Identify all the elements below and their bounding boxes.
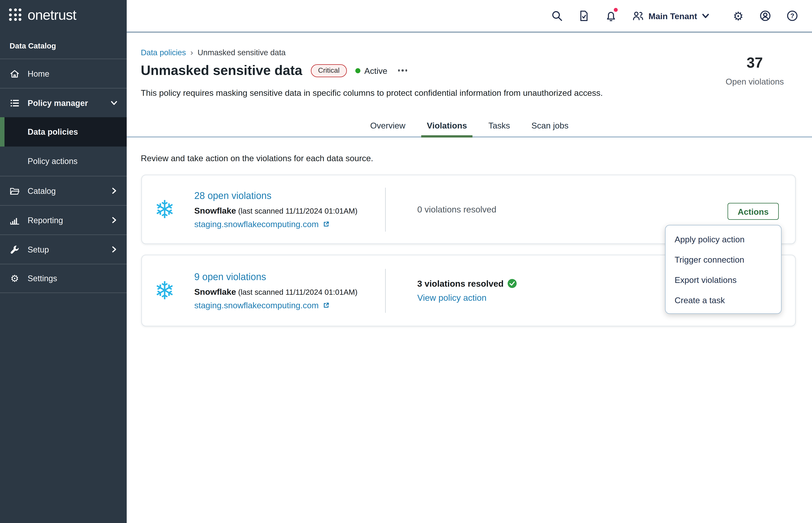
tenant-people-icon: [631, 10, 644, 22]
card-divider: [385, 269, 386, 312]
tab-violations[interactable]: Violations: [421, 113, 473, 138]
source-line: Snowflake (last scanned 11/11/2024 01:01…: [194, 287, 358, 296]
policy-description: This policy requires masking sensitive d…: [141, 88, 603, 97]
menu-item-create-a-task[interactable]: Create a task: [666, 290, 781, 310]
resolved-block: 3 violations resolved View policy action: [417, 278, 517, 303]
actions-dropdown-menu: Apply policy action Trigger connection E…: [665, 225, 781, 314]
menu-item-apply-policy-action[interactable]: Apply policy action: [666, 229, 781, 249]
search-icon[interactable]: [550, 10, 563, 22]
source-line: Snowflake (last scanned 11/11/2024 01:01…: [194, 205, 358, 215]
card-source-block: 9 open violations Snowflake (last scanne…: [194, 271, 358, 310]
status-dot-icon: [355, 68, 360, 73]
sidebar-item-label: Home: [27, 69, 49, 78]
check-circle-icon: [508, 279, 517, 288]
tab-bar: Overview Violations Tasks Scan jobs: [127, 113, 812, 138]
source-host-text: staging.snowflakecomputing.com: [194, 219, 319, 229]
sidebar-item-setup[interactable]: Setup: [0, 234, 127, 264]
external-link-icon: [323, 301, 330, 309]
sidebar-item-home[interactable]: Home: [0, 59, 127, 88]
snowflake-logo-icon: ❄: [154, 278, 175, 303]
chevron-right-icon: [110, 187, 118, 195]
chevron-right-icon: [110, 216, 118, 224]
status-label: Active: [364, 66, 388, 75]
tab-scan-jobs[interactable]: Scan jobs: [526, 113, 574, 138]
sidebar-item-label: Reporting: [27, 216, 63, 225]
open-violations-label: Open violations: [726, 77, 784, 86]
source-host-link[interactable]: staging.snowflakecomputing.com: [194, 300, 358, 310]
sidebar-item-data-policies[interactable]: Data policies: [0, 117, 127, 146]
sidebar-item-reporting[interactable]: Reporting: [0, 205, 127, 234]
resolved-text: 3 violations resolved: [417, 278, 504, 289]
logo-row: onetrust: [9, 8, 76, 22]
open-violations-link[interactable]: 28 open violations: [194, 190, 358, 202]
sidebar-item-settings[interactable]: ⚙ Settings: [0, 264, 127, 293]
resolved-text: 0 violations resolved: [417, 204, 496, 214]
source-host-text: staging.snowflakecomputing.com: [194, 300, 319, 310]
last-scanned-info: (last scanned 11/11/2024 01:01AM): [238, 288, 358, 296]
menu-item-trigger-connection[interactable]: Trigger connection: [666, 249, 781, 269]
sidebar-nav: Home Policy manager: [0, 59, 127, 293]
breadcrumb-link-data-policies[interactable]: Data policies: [141, 48, 186, 57]
source-host-link[interactable]: staging.snowflakecomputing.com: [194, 219, 358, 229]
severity-badge: Critical: [310, 64, 347, 77]
gear-icon: ⚙: [9, 273, 20, 284]
account-icon[interactable]: [759, 10, 772, 22]
chevron-down-icon: [110, 99, 118, 107]
source-name: Snowflake: [194, 205, 236, 215]
chevron-down-icon: [702, 12, 710, 20]
open-violations-link[interactable]: 9 open violations: [194, 271, 358, 283]
card-source-block: 28 open violations Snowflake (last scann…: [194, 190, 358, 229]
source-name: Snowflake: [194, 287, 236, 296]
sidebar-item-policy-manager[interactable]: Policy manager: [0, 88, 127, 117]
section-intro: Review and take action on the violations…: [141, 153, 373, 163]
product-label: Data Catalog: [10, 42, 56, 50]
sidebar-item-label: Setup: [27, 245, 49, 254]
card-divider: [385, 187, 386, 231]
breadcrumb: Data policies › Unmasked sensitive data: [141, 48, 286, 57]
sidebar-item-label: Policy manager: [27, 98, 88, 107]
menu-item-export-violations[interactable]: Export violations: [666, 269, 781, 290]
sidebar-item-label: Data policies: [27, 127, 78, 137]
sidebar-item-label: Catalog: [27, 186, 56, 195]
sidebar-item-label: Settings: [27, 274, 57, 283]
tab-tasks[interactable]: Tasks: [483, 113, 516, 138]
resolved-block: 0 violations resolved: [417, 204, 496, 215]
sidebar-item-policy-actions[interactable]: Policy actions: [0, 146, 127, 176]
gear-icon[interactable]: ⚙: [732, 10, 744, 22]
status-indicator: Active: [355, 66, 388, 75]
page-title: Unmasked sensitive data: [141, 64, 302, 77]
home-icon: [9, 68, 20, 79]
resolved-text-row: 3 violations resolved: [417, 278, 517, 289]
external-link-icon: [323, 220, 330, 228]
snowflake-logo-icon: ❄: [154, 197, 175, 222]
list-icon: [9, 97, 20, 109]
title-row: Unmasked sensitive data Critical Active: [141, 61, 410, 80]
folder-icon: [9, 185, 20, 197]
onetrust-logo: onetrust: [27, 8, 76, 22]
notification-bell-icon[interactable]: [605, 10, 617, 22]
actions-button[interactable]: Actions: [728, 203, 779, 220]
tab-overview[interactable]: Overview: [364, 113, 411, 138]
wrench-icon: [9, 244, 20, 255]
notification-badge-dot: [613, 8, 618, 12]
open-violations-count: 37: [726, 54, 784, 72]
tenant-label: Main Tenant: [648, 11, 697, 21]
sidebar: onetrust Data Catalog Home: [0, 0, 127, 523]
document-check-icon[interactable]: [578, 10, 590, 22]
last-scanned-info: (last scanned 11/11/2024 01:01AM): [238, 206, 358, 215]
view-policy-action-link[interactable]: View policy action: [417, 292, 517, 303]
tenant-selector[interactable]: Main Tenant: [631, 10, 710, 22]
bar-chart-icon: [9, 215, 20, 226]
breadcrumb-current: Unmasked sensitive data: [197, 48, 285, 57]
open-violations-stat: 37 Open violations: [726, 54, 784, 86]
app-root: onetrust Data Catalog Home: [0, 0, 812, 523]
top-header: Main Tenant ⚙ ?: [127, 0, 812, 33]
help-icon[interactable]: ?: [786, 10, 798, 22]
sidebar-item-catalog[interactable]: Catalog: [0, 176, 127, 205]
breadcrumb-separator: ›: [190, 48, 193, 57]
chevron-right-icon: [110, 246, 118, 253]
more-options-icon[interactable]: [396, 67, 410, 74]
svg-text:?: ?: [790, 12, 794, 19]
app-launcher-grid-icon[interactable]: [9, 8, 22, 21]
sidebar-item-label: Policy actions: [27, 157, 77, 166]
